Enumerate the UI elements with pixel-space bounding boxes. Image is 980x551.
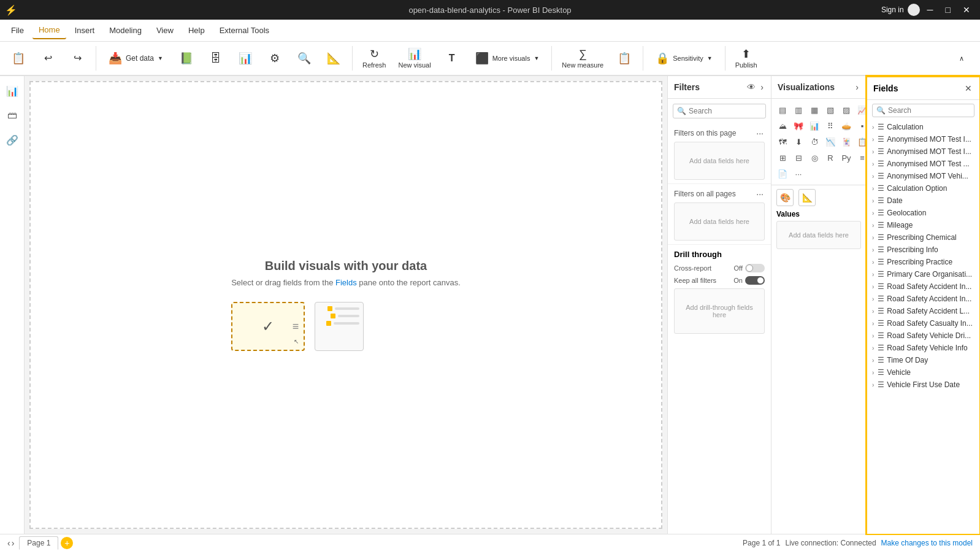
redo-button[interactable]: ↪	[64, 44, 91, 73]
new-measure-button[interactable]: ∑ New measure	[557, 44, 608, 73]
field-item-anon-mot-1[interactable]: › ☰ Anonymised MOT Test I...	[867, 133, 979, 145]
make-changes-link[interactable]: Make changes to this model	[881, 539, 973, 547]
get-data-button[interactable]: 📥 Get data ▼	[101, 44, 170, 73]
menu-file[interactable]: File	[5, 22, 30, 39]
viz-ribbon[interactable]: 🎀	[791, 118, 806, 133]
viz-matrix[interactable]: ⊞	[775, 150, 790, 165]
menu-help[interactable]: Help	[182, 22, 211, 39]
page-tab-1[interactable]: Page 1	[19, 536, 58, 550]
viz-stacked-col[interactable]: ▥	[791, 102, 806, 117]
field-item-vehicle-first-use[interactable]: › ☰ Vehicle First Use Date	[867, 379, 979, 391]
viz-stacked-bar[interactable]: ▤	[775, 102, 790, 117]
field-item-time-of-day[interactable]: › ☰ Time Of Day	[867, 354, 979, 366]
viz-clustered-bar[interactable]: ▦	[807, 102, 822, 117]
viz-format-paint-button[interactable]: 🎨	[776, 189, 794, 206]
more-visuals-button[interactable]: ⬛ More visuals ▼	[468, 44, 547, 73]
cross-report-toggle[interactable]	[745, 264, 765, 272]
add-page-button[interactable]: +	[61, 537, 73, 549]
viz-donut[interactable]: ◎	[807, 150, 822, 165]
field-item-prescribing-info[interactable]: › ☰ Prescribing Info	[867, 244, 979, 256]
report-canvas[interactable]: Build visuals with your data Select or d…	[29, 81, 662, 529]
enter-data-button[interactable]: 📊	[232, 44, 259, 73]
refresh-button[interactable]: ↻ Refresh	[358, 44, 391, 73]
close-button[interactable]: ✕	[958, 2, 975, 17]
field-item-road-safety-accident-l[interactable]: › ☰ Road Safety Accident L...	[867, 305, 979, 317]
viz-map[interactable]: 🗺	[775, 134, 790, 149]
filters-all-pages-menu[interactable]: ···	[755, 188, 765, 200]
filters-all-pages-dropzone[interactable]: Add data fields here	[674, 202, 765, 241]
viz-scatter[interactable]: ⠿	[823, 118, 838, 133]
field-item-calculation-option[interactable]: › ☰ Calculation Option	[867, 182, 979, 195]
field-item-prescribing-chemical[interactable]: › ☰ Prescribing Chemical	[867, 231, 979, 244]
menu-view[interactable]: View	[150, 22, 180, 39]
menu-external-tools[interactable]: External Tools	[213, 22, 275, 39]
text-box-button[interactable]: T	[438, 44, 465, 73]
collapse-ribbon-button[interactable]: ∧	[948, 44, 975, 73]
paste-button[interactable]: 📋	[5, 44, 32, 73]
viz-paginated[interactable]: 📄	[775, 166, 790, 181]
visual-calc-button[interactable]: 📐	[320, 44, 347, 73]
field-item-road-safety-vehicle-info[interactable]: › ☰ Road Safety Vehicle Info	[867, 342, 979, 354]
excel-workbook-button[interactable]: 📗	[173, 44, 200, 73]
viz-pie[interactable]: 🥧	[839, 118, 854, 133]
field-item-road-safety-accident-1[interactable]: › ☰ Road Safety Accident In...	[867, 280, 979, 293]
maximize-button[interactable]: □	[941, 2, 955, 17]
drill-through-dropzone[interactable]: Add drill-through fields here	[674, 288, 765, 334]
undo-button[interactable]: ↩	[34, 44, 61, 73]
field-item-mileage[interactable]: › ☰ Mileage	[867, 219, 979, 231]
field-item-date[interactable]: › ☰ Date	[867, 195, 979, 207]
viz-gauge[interactable]: ⏱	[807, 134, 822, 149]
fields-search-box[interactable]: 🔍	[872, 104, 974, 117]
canvas-area[interactable]: Build visuals with your data Select or d…	[25, 76, 667, 534]
fields-collapse-button[interactable]: ✕	[963, 82, 973, 94]
sidebar-item-data[interactable]: 🗃	[2, 106, 22, 125]
next-page-button[interactable]: ›	[12, 538, 15, 548]
viz-area[interactable]: ⛰	[775, 118, 790, 133]
field-item-prescribing-practice[interactable]: › ☰ Prescribing Practice	[867, 256, 979, 268]
filters-on-page-dropzone[interactable]: Add data fields here	[674, 142, 765, 180]
sign-in-button[interactable]: Sign in	[881, 4, 920, 16]
sql-server-button[interactable]: 🗄	[202, 44, 229, 73]
viz-more[interactable]: ···	[791, 166, 806, 181]
filters-expand-button[interactable]: ›	[759, 81, 765, 93]
quick-measure-button[interactable]: 📋	[611, 44, 638, 73]
viz-slicer[interactable]: ⊟	[791, 150, 806, 165]
viz-100-bar[interactable]: ▨	[839, 102, 854, 117]
menu-insert[interactable]: Insert	[69, 22, 101, 39]
filters-search-input[interactable]	[689, 107, 781, 115]
viz-kpi[interactable]: 📉	[823, 134, 838, 149]
keep-filters-toggle[interactable]	[745, 276, 765, 285]
viz-waterfall[interactable]: 📊	[807, 118, 822, 133]
field-item-anon-mot-3[interactable]: › ☰ Anonymised MOT Test ...	[867, 158, 979, 170]
viz-card[interactable]: 🃏	[839, 134, 854, 149]
viz-r[interactable]: R	[823, 150, 838, 165]
sidebar-item-report[interactable]: 📊	[2, 81, 22, 101]
field-item-road-safety-casualty[interactable]: › ☰ Road Safety Casualty In...	[867, 317, 979, 329]
field-item-anon-mot-2[interactable]: › ☰ Anonymised MOT Test I...	[867, 145, 979, 158]
filters-search-box[interactable]: 🔍	[673, 104, 766, 118]
minimize-button[interactable]: ─	[922, 2, 938, 17]
field-item-geolocation[interactable]: › ☰ Geolocation	[867, 207, 979, 219]
sidebar-item-model[interactable]: 🔗	[2, 130, 22, 150]
viz-values-dropzone[interactable]: Add data fields here	[776, 221, 861, 249]
field-item-road-safety-vehicle-d[interactable]: › ☰ Road Safety Vehicle Dri...	[867, 329, 979, 342]
fields-search-input[interactable]	[888, 106, 980, 115]
queries-button[interactable]: 🔍	[291, 44, 318, 73]
viz-clustered-col[interactable]: ▧	[823, 102, 838, 117]
field-item-primary-care[interactable]: › ☰ Primary Care Organisati...	[867, 268, 979, 280]
menu-modeling[interactable]: Modeling	[103, 22, 148, 39]
viz-funnel[interactable]: ⬇	[791, 134, 806, 149]
transform-data-button[interactable]: ⚙	[261, 44, 288, 73]
fields-link[interactable]: Fields	[335, 278, 357, 287]
publish-button[interactable]: ⬆ Publish	[730, 44, 762, 73]
field-item-road-safety-accident-2[interactable]: › ☰ Road Safety Accident In...	[867, 293, 979, 305]
viz-format-analytics-button[interactable]: 📐	[798, 189, 816, 206]
sensitivity-button[interactable]: 🔒 Sensitivity ▼	[648, 44, 719, 73]
field-item-vehicle[interactable]: › ☰ Vehicle	[867, 366, 979, 379]
menu-home[interactable]: Home	[33, 21, 66, 39]
field-item-calculation[interactable]: › ☰ Calculation	[867, 121, 979, 133]
filters-on-page-menu[interactable]: ···	[755, 127, 765, 139]
viz-python[interactable]: Py	[839, 150, 854, 165]
new-visual-button[interactable]: 📊 New visual	[393, 44, 435, 73]
viz-expand-button[interactable]: ›	[854, 81, 860, 93]
